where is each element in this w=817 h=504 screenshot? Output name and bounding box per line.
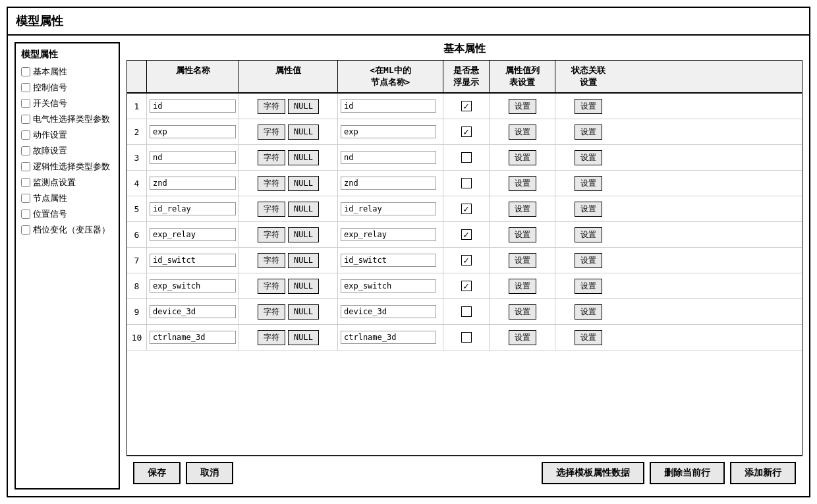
null-button-5[interactable]: NULL — [288, 227, 319, 242]
input-name-0[interactable] — [150, 99, 236, 113]
null-button-6[interactable]: NULL — [288, 253, 319, 268]
input-name-2[interactable] — [150, 151, 236, 164]
type-button-1[interactable]: 字符 — [258, 125, 285, 140]
input-ml-5[interactable] — [341, 228, 436, 241]
type-button-7[interactable]: 字符 — [258, 279, 285, 294]
null-button-7[interactable]: NULL — [288, 279, 319, 294]
cell-hover-2[interactable] — [443, 145, 490, 170]
sidebar-item-8[interactable]: 节点属性 — [21, 192, 113, 204]
cell-name-3[interactable] — [147, 171, 239, 196]
attrlist-button-4[interactable]: 设置 — [509, 202, 536, 217]
cell-status-5[interactable]: 设置 — [555, 222, 621, 247]
null-button-8[interactable]: NULL — [288, 304, 319, 320]
null-button-2[interactable]: NULL — [288, 150, 319, 165]
sidebar-checkbox-5[interactable] — [21, 146, 30, 155]
input-name-5[interactable] — [150, 228, 236, 241]
cell-ml-3[interactable] — [338, 171, 443, 196]
cell-name-6[interactable] — [147, 248, 239, 273]
cell-status-6[interactable]: 设置 — [555, 248, 621, 273]
cancel-button[interactable]: 取消 — [186, 462, 233, 484]
attrlist-button-9[interactable]: 设置 — [509, 330, 536, 345]
null-button-0[interactable]: NULL — [288, 99, 319, 114]
type-button-0[interactable]: 字符 — [258, 99, 285, 114]
cell-attrlist-5[interactable]: 设置 — [490, 222, 555, 247]
cell-ml-5[interactable] — [338, 222, 443, 247]
sidebar-item-9[interactable]: 位置信号 — [21, 208, 113, 220]
status-button-2[interactable]: 设置 — [575, 150, 602, 165]
cell-status-1[interactable]: 设置 — [555, 119, 621, 144]
sidebar-item-7[interactable]: 监测点设置 — [21, 177, 113, 188]
cell-hover-8[interactable] — [443, 299, 490, 324]
input-ml-7[interactable] — [341, 279, 436, 293]
input-name-3[interactable] — [150, 177, 236, 190]
save-button[interactable]: 保存 — [133, 462, 181, 484]
type-button-3[interactable]: 字符 — [258, 176, 285, 191]
cell-attrlist-6[interactable]: 设置 — [490, 248, 555, 273]
sidebar-checkbox-2[interactable] — [21, 99, 30, 108]
type-button-4[interactable]: 字符 — [258, 202, 285, 217]
type-button-9[interactable]: 字符 — [258, 330, 285, 345]
input-ml-8[interactable] — [341, 305, 436, 318]
cell-ml-9[interactable] — [338, 325, 443, 350]
input-ml-9[interactable] — [341, 331, 436, 344]
type-button-2[interactable]: 字符 — [258, 150, 285, 165]
attrlist-button-7[interactable]: 设置 — [509, 279, 536, 294]
sidebar-checkbox-0[interactable] — [21, 67, 30, 76]
input-name-1[interactable] — [150, 125, 236, 138]
null-button-1[interactable]: NULL — [288, 125, 319, 140]
cell-name-5[interactable] — [147, 222, 239, 247]
cell-attrlist-2[interactable]: 设置 — [490, 145, 555, 170]
input-ml-4[interactable] — [341, 202, 436, 215]
attrlist-button-6[interactable]: 设置 — [509, 253, 536, 268]
input-ml-2[interactable] — [341, 151, 436, 164]
cell-name-1[interactable] — [147, 119, 239, 144]
cell-ml-7[interactable] — [338, 273, 443, 298]
input-ml-6[interactable] — [341, 254, 436, 267]
type-button-5[interactable]: 字符 — [258, 227, 285, 242]
sidebar-item-4[interactable]: 动作设置 — [21, 129, 113, 141]
cell-ml-1[interactable] — [338, 119, 443, 144]
cell-hover-4[interactable]: ✓ — [443, 196, 490, 221]
cell-name-2[interactable] — [147, 145, 239, 170]
attrlist-button-5[interactable]: 设置 — [509, 227, 536, 242]
sidebar-item-1[interactable]: 控制信号 — [21, 82, 113, 94]
input-ml-0[interactable] — [341, 99, 436, 113]
sidebar-checkbox-1[interactable] — [21, 83, 30, 92]
input-name-7[interactable] — [150, 279, 236, 293]
type-button-8[interactable]: 字符 — [258, 304, 285, 320]
cell-hover-0[interactable]: ✓ — [443, 94, 490, 119]
sidebar-checkbox-8[interactable] — [21, 194, 30, 203]
sidebar-checkbox-4[interactable] — [21, 130, 30, 140]
cell-attrlist-7[interactable]: 设置 — [490, 273, 555, 298]
cell-attrlist-9[interactable]: 设置 — [490, 325, 555, 350]
cell-hover-3[interactable] — [443, 171, 490, 196]
attrlist-button-3[interactable]: 设置 — [509, 176, 536, 191]
cell-ml-2[interactable] — [338, 145, 443, 170]
cell-status-3[interactable]: 设置 — [555, 171, 621, 196]
status-button-0[interactable]: 设置 — [575, 99, 602, 114]
attrlist-button-8[interactable]: 设置 — [509, 304, 536, 320]
select-template-button[interactable]: 选择模板属性数据 — [542, 462, 644, 484]
cell-status-7[interactable]: 设置 — [555, 273, 621, 298]
status-button-6[interactable]: 设置 — [575, 253, 602, 268]
cell-ml-0[interactable] — [338, 94, 443, 119]
cell-status-2[interactable]: 设置 — [555, 145, 621, 170]
sidebar-checkbox-3[interactable] — [21, 115, 30, 124]
cell-ml-8[interactable] — [338, 299, 443, 324]
sidebar-item-10[interactable]: 档位变化（变压器） — [21, 224, 113, 236]
input-ml-3[interactable] — [341, 177, 436, 190]
sidebar-item-2[interactable]: 开关信号 — [21, 98, 113, 109]
cell-attrlist-4[interactable]: 设置 — [490, 196, 555, 221]
attrlist-button-0[interactable]: 设置 — [509, 99, 536, 114]
status-button-5[interactable]: 设置 — [575, 227, 602, 242]
input-ml-1[interactable] — [341, 125, 436, 138]
cell-status-9[interactable]: 设置 — [555, 325, 621, 350]
sidebar-checkbox-10[interactable] — [21, 225, 30, 235]
status-button-8[interactable]: 设置 — [575, 304, 602, 320]
null-button-9[interactable]: NULL — [288, 330, 319, 345]
cell-hover-1[interactable]: ✓ — [443, 119, 490, 144]
delete-row-button[interactable]: 删除当前行 — [650, 462, 725, 484]
status-button-1[interactable]: 设置 — [575, 125, 602, 140]
cell-status-4[interactable]: 设置 — [555, 196, 621, 221]
cell-name-8[interactable] — [147, 299, 239, 324]
